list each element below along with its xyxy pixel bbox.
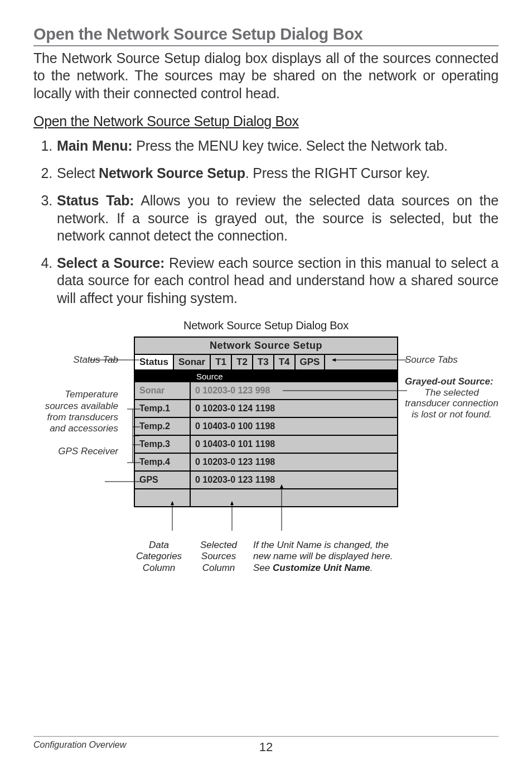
callout-grayed-out: Grayed-out Source: The selected transduc… (398, 376, 499, 420)
tab-t3[interactable]: T3 (253, 355, 274, 369)
section-heading: Open the Network Source Setup Dialog Box (33, 25, 499, 46)
step-4: Select a Source: Review each source sect… (57, 254, 499, 307)
callout-unit-name-l1: If the Unit Name is changed, the (253, 540, 389, 550)
footer-page-number: 12 (259, 740, 273, 754)
callout-unit-name-l3-pre: See (253, 563, 273, 573)
tab-t1[interactable]: T1 (211, 355, 232, 369)
figure-title: Network Source Setup Dialog Box (33, 319, 499, 332)
callout-unit-name: If the Unit Name is changed, the new nam… (253, 540, 398, 574)
figure-area: Status Tab Temperature sources available… (33, 337, 499, 574)
step-2-pre: Select (57, 165, 99, 181)
step-3-bold: Status Tab: (57, 193, 134, 208)
source-row-gps: GPS 0 10203-0 123 1198 (135, 472, 397, 489)
intro-paragraph: The Network Source Setup dialog box disp… (33, 50, 499, 102)
source-column-header: Source (135, 371, 397, 382)
network-source-setup-dialog: Network Source Setup Status Sonar T1 T2 … (134, 337, 398, 507)
tab-gps[interactable]: GPS (296, 355, 326, 369)
source-val: 0 10403-0 101 1198 (191, 436, 397, 453)
callout-gps-receiver: GPS Receiver (33, 446, 134, 457)
source-cat-blank (135, 489, 191, 506)
step-1-rest: Press the MENU key twice. Select the Net… (133, 138, 448, 153)
source-cat: Temp.2 (135, 418, 191, 435)
callout-unit-name-l3-post: . (370, 563, 373, 573)
callout-data-categories: Data Categories Column (134, 540, 184, 574)
source-row-sonar: Sonar 0 10203-0 123 998 (135, 382, 397, 400)
tab-t2[interactable]: T2 (232, 355, 253, 369)
callout-source-tabs: Source Tabs (398, 354, 499, 366)
callout-unit-name-l3-bold: Customize Unit Name (273, 563, 370, 573)
source-cat: Temp.4 (135, 454, 191, 470)
source-row-temp1: Temp.1 0 10203-0 124 1198 (135, 400, 397, 418)
step-2-rest: . Press the RIGHT Cursor key. (245, 165, 430, 181)
footer-section: Configuration Overview (33, 740, 126, 750)
step-1-bold: Main Menu: (57, 138, 133, 153)
source-cat: GPS (135, 472, 191, 488)
callout-status-tab: Status Tab (33, 354, 134, 366)
source-val: 0 10203-0 123 998 (191, 382, 397, 399)
source-row-blank (135, 489, 397, 506)
left-callouts: Status Tab Temperature sources available… (33, 337, 134, 463)
source-val: 0 10203-0 124 1198 (191, 400, 397, 417)
subheading: Open the Network Source Setup Dialog Box (33, 113, 499, 129)
source-val: 0 10403-0 100 1198 (191, 418, 397, 435)
source-row-temp3: Temp.3 0 10403-0 101 1198 (135, 436, 397, 454)
source-row-temp4: Temp.4 0 10203-0 123 1198 (135, 454, 397, 472)
dialog-title: Network Source Setup (135, 338, 397, 354)
step-2: Select Network Source Setup. Press the R… (57, 165, 499, 182)
step-1: Main Menu: Press the MENU key twice. Sel… (57, 137, 499, 155)
step-4-bold: Select a Source: (57, 255, 165, 271)
tab-spacer (325, 355, 397, 369)
source-cat: Temp.3 (135, 436, 191, 453)
tab-sonar[interactable]: Sonar (174, 355, 211, 369)
dialog-wrap: Network Source Setup Status Sonar T1 T2 … (134, 337, 398, 574)
bottom-callouts: Data Categories Column Selected Sources … (134, 540, 398, 574)
source-cat: Temp.1 (135, 400, 191, 417)
tab-row: Status Sonar T1 T2 T3 T4 GPS (135, 354, 397, 371)
callout-grayed-out-body: The selected transducer connection is lo… (405, 387, 499, 420)
tab-t4[interactable]: T4 (274, 355, 296, 369)
footer: Configuration Overview 12 (33, 736, 499, 750)
right-callouts: Source Tabs Grayed-out Source: The selec… (398, 337, 499, 420)
source-row-temp2: Temp.2 0 10403-0 100 1198 (135, 418, 397, 436)
step-2-bold: Network Source Setup (99, 165, 245, 181)
callout-grayed-out-title: Grayed-out Source: (405, 376, 494, 387)
source-val-blank (191, 489, 397, 506)
steps-list: Main Menu: Press the MENU key twice. Sel… (33, 137, 499, 307)
callout-selected-sources: Selected Sources Column (196, 540, 241, 574)
source-val: 0 10203-0 123 1198 (191, 454, 397, 470)
tab-status[interactable]: Status (135, 355, 174, 369)
source-val: 0 10203-0 123 1198 (191, 472, 397, 488)
step-3: Status Tab: Allows you to review the sel… (57, 192, 499, 244)
callout-unit-name-l2: new name will be displayed here. (253, 551, 393, 561)
source-cat: Sonar (135, 382, 191, 399)
callout-temp-sources: Temperature sources available from trans… (33, 389, 134, 435)
